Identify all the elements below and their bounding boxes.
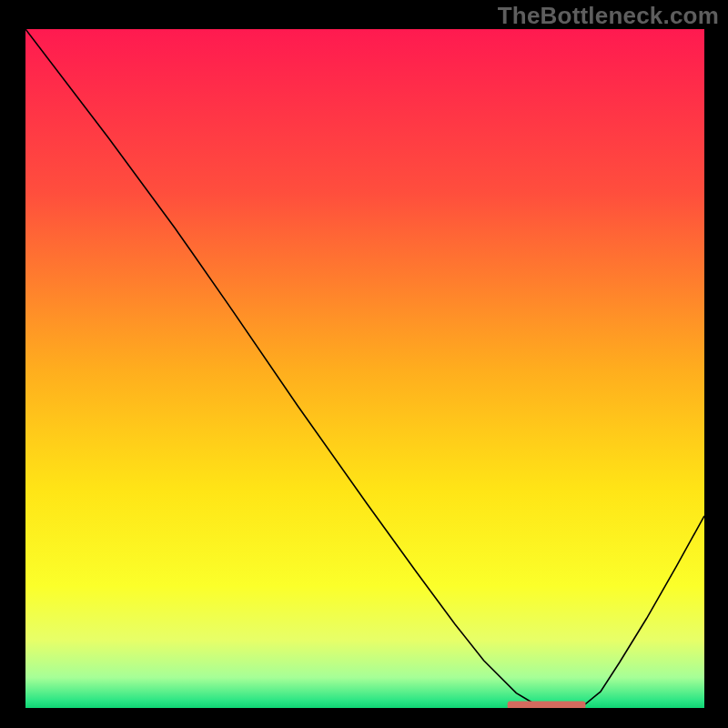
optimal-range-marker [508,702,586,708]
gradient-background [25,29,704,708]
watermark-text: TheBottleneck.com [498,2,719,30]
chart-plot-area [25,29,704,708]
chart-svg [25,29,704,708]
chart-frame: TheBottleneck.com [0,0,728,728]
